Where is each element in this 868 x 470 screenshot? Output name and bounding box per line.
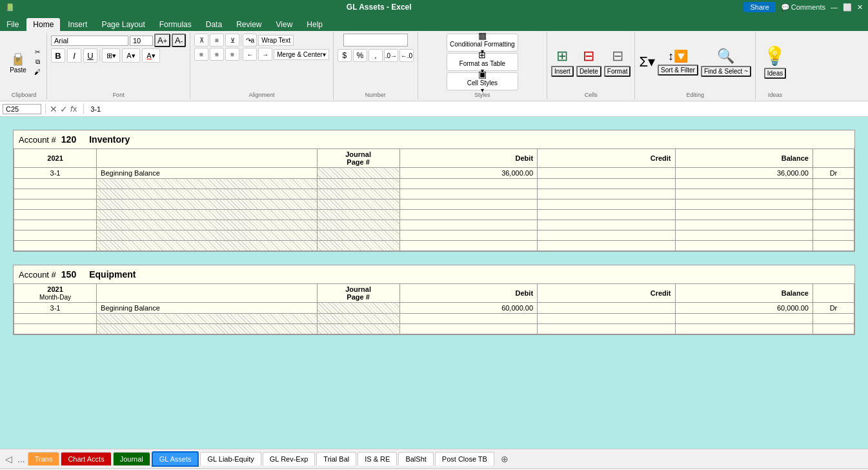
font-name-input[interactable] bbox=[51, 36, 128, 46]
equipment-balance-header: Balance bbox=[675, 284, 812, 303]
increase-indent-button[interactable]: → bbox=[258, 48, 272, 61]
number-format-dropdown[interactable] bbox=[343, 34, 408, 46]
sheet-tab-is-re[interactable]: IS & RE bbox=[358, 452, 397, 465]
format-button[interactable]: Format bbox=[604, 66, 631, 77]
ideas-button[interactable]: Ideas bbox=[764, 68, 786, 79]
cell-styles-button[interactable]: ▣ Cell Styles ▾ bbox=[447, 72, 518, 90]
font-group: A+ A- B I U ⊞▾ A▾ A▾ Font bbox=[47, 32, 190, 99]
increase-decimal-button[interactable]: .0→ bbox=[384, 49, 398, 62]
tab-file[interactable]: File bbox=[0, 18, 25, 31]
font-color-button[interactable]: A▾ bbox=[142, 48, 160, 63]
svg-rect-1 bbox=[15, 54, 21, 57]
equipment-row1-debit: 60,000.00 bbox=[399, 303, 537, 314]
decrease-font-size-button[interactable]: A- bbox=[172, 34, 186, 47]
cell-reference-input[interactable] bbox=[3, 104, 41, 114]
align-middle-button[interactable]: ≡ bbox=[210, 34, 224, 46]
table-row bbox=[14, 199, 854, 210]
sort-filter-button[interactable]: Sort & Filter bbox=[658, 65, 698, 76]
bold-button[interactable]: B bbox=[51, 48, 65, 63]
inventory-row1-journal bbox=[317, 168, 399, 179]
delete-icon: ⊟ bbox=[583, 48, 594, 65]
equipment-row1-journal bbox=[317, 303, 399, 314]
confirm-formula-button[interactable]: ✓ bbox=[60, 104, 68, 114]
wrap-text-button[interactable]: Wrap Text bbox=[258, 35, 294, 46]
formula-divider-1 bbox=[45, 104, 46, 114]
conditional-formatting-button[interactable]: ▦ Conditional Formatting ▾ bbox=[447, 34, 518, 52]
tab-data[interactable]: Data bbox=[199, 18, 228, 31]
cut-button[interactable]: ✂ bbox=[32, 48, 43, 56]
inventory-account-number: 120 bbox=[61, 134, 76, 145]
sheet-tab-chart-accts[interactable]: Chart Accts bbox=[61, 452, 111, 465]
sheet-tab-gl-liab-equity[interactable]: GL Liab-Equity bbox=[200, 452, 261, 465]
equipment-account-label: Account # bbox=[19, 270, 56, 280]
tab-scroll-ellipsis-button[interactable]: ... bbox=[15, 454, 28, 464]
tab-review[interactable]: Review bbox=[230, 18, 268, 31]
sheet-tab-trial-bal[interactable]: Trial Bal bbox=[316, 452, 356, 465]
align-right-button[interactable]: ≡ bbox=[225, 48, 239, 61]
align-bottom-button[interactable]: ⊻ bbox=[225, 34, 239, 46]
fill-color-button[interactable]: A▾ bbox=[122, 48, 140, 63]
maximize-button[interactable]: ⬜ bbox=[843, 3, 852, 12]
percent-button[interactable]: % bbox=[353, 49, 367, 62]
formula-divider-2 bbox=[83, 104, 84, 114]
font-size-input[interactable] bbox=[130, 36, 153, 46]
cancel-formula-button[interactable]: ✕ bbox=[50, 104, 57, 114]
number-group: $ % , .0→ ←.0 Number bbox=[334, 32, 418, 99]
copy-button[interactable]: ⧉ bbox=[32, 57, 43, 66]
insert-button[interactable]: Insert bbox=[551, 66, 574, 77]
align-left-button[interactable]: ≡ bbox=[194, 48, 208, 61]
paste-button[interactable]: Paste bbox=[5, 46, 31, 78]
underline-button[interactable]: U bbox=[83, 48, 97, 63]
inventory-ledger: Account # 120 Inventory 2021 JournalPage… bbox=[13, 130, 855, 252]
rotate-text-button[interactable]: ↷a bbox=[243, 34, 257, 46]
formula-input[interactable] bbox=[88, 105, 865, 113]
tab-formulas[interactable]: Formulas bbox=[153, 18, 198, 31]
tab-view[interactable]: View bbox=[270, 18, 299, 31]
number-group-label: Number bbox=[365, 90, 386, 98]
italic-button[interactable]: I bbox=[67, 48, 81, 63]
tab-home[interactable]: Home bbox=[26, 18, 60, 31]
conditional-format-icon: ▦ bbox=[478, 30, 487, 41]
decrease-indent-button[interactable]: ← bbox=[243, 48, 257, 61]
sheet-tab-balsht[interactable]: BalSht bbox=[398, 452, 433, 465]
inventory-account-title: Inventory bbox=[89, 134, 130, 145]
find-select-button[interactable]: Find & Select ~ bbox=[701, 66, 751, 77]
sort-filter-icon: ↕🔽 bbox=[668, 49, 688, 63]
tab-page-layout[interactable]: Page Layout bbox=[95, 18, 151, 31]
inventory-balance-header: Balance bbox=[675, 149, 812, 168]
cell-styles-icon: ▣ bbox=[478, 69, 487, 79]
tab-scroll-left-button[interactable]: ◁ bbox=[3, 454, 15, 464]
decrease-decimal-button[interactable]: ←.0 bbox=[399, 49, 414, 62]
sheet-tab-gl-rev-exp[interactable]: GL Rev-Exp bbox=[263, 452, 316, 465]
table-row: 3-1 Beginning Balance 36,000.00 36,000.0… bbox=[14, 168, 854, 179]
align-center-button[interactable]: ≡ bbox=[210, 48, 224, 61]
delete-button[interactable]: Delete bbox=[576, 66, 601, 77]
equipment-ledger: Account # 150 Equipment 2021Month-Day Jo… bbox=[13, 265, 855, 335]
insert-function-button[interactable]: fx bbox=[70, 104, 77, 114]
sheet-tab-gl-assets[interactable]: GL Assets bbox=[152, 451, 199, 467]
comma-button[interactable]: , bbox=[368, 49, 383, 62]
sheet-tab-post-close-tb[interactable]: Post Close TB bbox=[435, 452, 494, 465]
increase-font-size-button[interactable]: A+ bbox=[154, 34, 170, 47]
minimize-button[interactable]: — bbox=[831, 3, 838, 11]
border-button[interactable]: ⊞▾ bbox=[102, 48, 120, 63]
tab-help[interactable]: Help bbox=[300, 18, 329, 31]
align-top-button[interactable]: ⊼ bbox=[194, 34, 208, 46]
currency-button[interactable]: $ bbox=[338, 49, 352, 62]
inventory-row1-balance: 36,000.00 bbox=[675, 168, 812, 179]
add-sheet-button[interactable]: ⊕ bbox=[496, 451, 514, 467]
clipboard-group: Paste ✂ ⧉ 🖌 Clipboard bbox=[1, 32, 47, 99]
tab-insert[interactable]: Insert bbox=[61, 18, 94, 31]
editing-group: Σ▾ ↕🔽 Sort & Filter 🔍 Find & Select ~ Ed… bbox=[635, 32, 756, 99]
find-select-icon: 🔍 bbox=[717, 48, 734, 65]
format-as-table-button[interactable]: ⊞ Format as Table ▾ bbox=[447, 53, 518, 71]
merge-center-button[interactable]: Merge & Center ▾ bbox=[274, 49, 329, 60]
close-button[interactable]: ✕ bbox=[857, 3, 863, 12]
table-row: 3-1 Beginning Balance 60,000.00 60,000.0… bbox=[14, 303, 854, 314]
comments-button[interactable]: 💬 Comments bbox=[781, 3, 825, 12]
share-button[interactable]: Share bbox=[743, 2, 775, 12]
sheet-tab-journal[interactable]: Journal bbox=[113, 452, 150, 465]
sheet-tab-trans[interactable]: Trans bbox=[28, 452, 60, 465]
format-painter-button[interactable]: 🖌 bbox=[32, 68, 43, 76]
equipment-row1-dr: Dr bbox=[812, 303, 854, 314]
